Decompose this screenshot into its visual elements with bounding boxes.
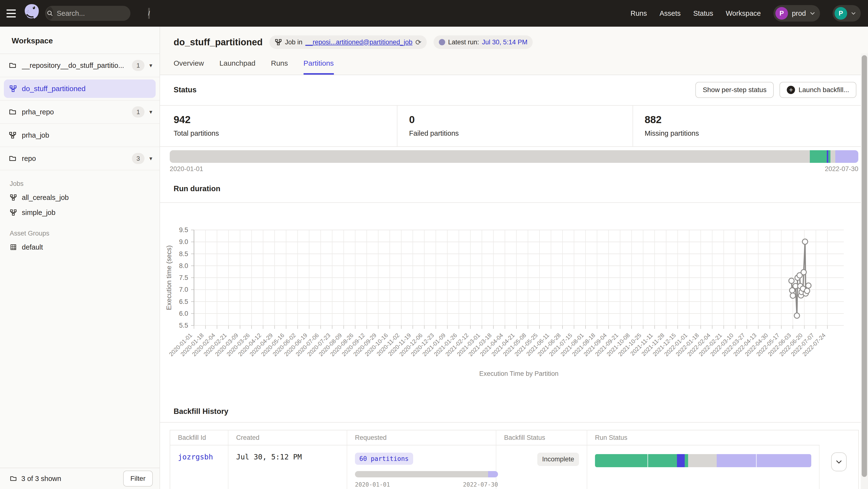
partition-range-end: 2022-07-30 [825,165,858,173]
top-navbar: / RunsAssetsStatusWorkspace P prod P [0,0,868,27]
item-count-badge: 3 [132,153,145,164]
launch-backfill-button[interactable]: + Launch backfill... [779,82,856,98]
latest-run-tag: Latest run: Jul 30, 5:14 PM [434,35,533,49]
asset-groups-section-label: Asset Groups [0,220,159,240]
sidebar-item-prha_repo[interactable]: prha_repo1▾ [0,101,159,124]
show-per-step-status-button[interactable]: Show per-step status [695,82,774,98]
latest-run-link[interactable]: Jul 30, 5:14 PM [482,38,528,46]
stat-failed-partitions: 0 Failed partitions [397,106,632,146]
dagster-logo-icon [24,4,40,23]
bar-segment [677,454,685,467]
svg-text:8.5: 8.5 [179,250,188,258]
bar-segment [688,454,717,467]
slash-shortcut-key: / [148,8,150,19]
sidebar-item-label: prha_repo [22,108,128,116]
job-icon [9,131,17,139]
jobs-section-label: Jobs [0,170,159,190]
run-status-bar[interactable] [595,454,811,467]
folder-icon [10,475,17,482]
search-input[interactable] [53,9,148,18]
chevron-down-icon [851,12,856,15]
global-search: / [45,6,130,21]
run-status-cell [587,445,819,489]
tab-runs[interactable]: Runs [271,59,288,75]
svg-text:5.5: 5.5 [179,322,188,329]
job-icon [9,85,17,93]
status-section-title: Status [174,86,197,94]
scrollbar-track[interactable] [861,53,868,489]
svg-text:7.5: 7.5 [179,274,188,281]
backfill-requested-cell: 60 partitions 2020-01-01 2022-07-30 [347,445,496,489]
run-duration-title: Run duration [174,185,220,193]
sidebar-item-prha_job[interactable]: prha_job [0,124,159,147]
nav-link-assets[interactable]: Assets [659,9,681,18]
sidebar-asset-group-default[interactable]: default [0,240,159,255]
sidebar-job-simple_job[interactable]: simple_job [0,205,159,220]
partition-range-start: 2020-01-01 [170,165,203,173]
svg-text:9.0: 9.0 [179,238,188,246]
partition-status-bar[interactable] [170,150,858,163]
run-duration-chart: 9.59.08.58.07.57.06.56.05.52020-01-01202… [160,206,868,387]
bar-segment [810,150,827,163]
tab-partitions[interactable]: Partitions [304,59,334,75]
nav-link-runs[interactable]: Runs [630,9,647,18]
folder-icon [9,108,17,116]
caret-down-icon[interactable]: ▾ [149,62,152,69]
requested-range-start: 2020-01-01 [355,481,390,488]
nav-link-status[interactable]: Status [693,9,713,18]
job-icon [10,194,17,201]
bar-segment [170,150,810,163]
deployment-label: prod [792,9,806,18]
filter-button[interactable]: Filter [123,470,153,487]
column-header-backfill-id: Backfill Id [170,430,228,445]
search-icon [46,7,53,20]
nav-link-workspace[interactable]: Workspace [726,9,761,18]
bar-segment [830,150,835,163]
job-header: do_stuff_partitioned Job in __reposi...a… [160,27,868,75]
backfill-status-cell: Incomplete [496,445,587,489]
column-header-run-status: Run Status [587,430,819,445]
backfill-id-link[interactable]: jozrgsbh [178,453,213,461]
requested-range-bar [355,471,498,477]
latest-run-label: Latest run: [448,38,479,46]
tab-overview[interactable]: Overview [174,59,204,75]
svg-text:7.0: 7.0 [179,286,188,293]
svg-text:6.0: 6.0 [179,310,188,317]
bar-segment [488,471,498,477]
sidebar-item-do_stuff_partitioned[interactable]: do_stuff_partitioned [0,77,159,101]
item-count-badge: 1 [132,60,145,71]
refresh-icon[interactable]: ⟳ [415,38,422,46]
sidebar-footer: 3 of 3 shown Filter [0,468,159,489]
bar-segment [757,454,811,467]
stat-total-partitions: 942 Total partitions [160,106,397,146]
tab-launchpad[interactable]: Launchpad [219,59,255,75]
menu-icon[interactable] [2,0,20,27]
scrollbar-thumb[interactable] [862,55,867,477]
job-origin-link[interactable]: __reposi...artitioned@partitioned_job [305,38,412,46]
job-icon [275,38,282,46]
svg-text:Execution Time by Partition: Execution Time by Partition [479,370,558,377]
sidebar-job-all_cereals_job[interactable]: all_cereals_job [0,190,159,205]
workspace-sidebar: Workspace __repository__do_stuff_partiti… [0,27,160,489]
backfill-history-table: Backfill IdCreatedRequestedBackfill Stat… [170,430,859,489]
expand-row-button[interactable] [831,452,847,471]
deployment-switcher[interactable]: P prod [773,5,820,22]
job-origin-prefix: Job in [285,38,302,46]
backfill-created-cell: Jul 30, 5:12 PM [228,445,347,489]
caret-down-icon[interactable]: ▾ [149,155,152,162]
caret-down-icon[interactable]: ▾ [149,108,152,115]
user-menu[interactable]: P [833,5,861,22]
bar-segment [685,454,688,467]
sidebar-item-label: do_stuff_partitioned [22,85,150,93]
deployment-avatar: P [775,7,788,20]
bar-segment [835,150,858,163]
run-status-dot-icon [439,39,445,45]
sidebar-item-label: repo [22,155,128,163]
sidebar-item-repo[interactable]: repo3▾ [0,147,159,170]
job-icon [10,209,17,216]
sidebar-item-__repository__do_stuff_partitio...[interactable]: __repository__do_stuff_partitio...1▾ [0,54,159,77]
bar-segment [717,454,757,467]
user-avatar: P [835,7,847,20]
column-header-backfill-status: Backfill Status [496,430,587,445]
requested-partitions-badge[interactable]: 60 partitions [355,453,413,465]
